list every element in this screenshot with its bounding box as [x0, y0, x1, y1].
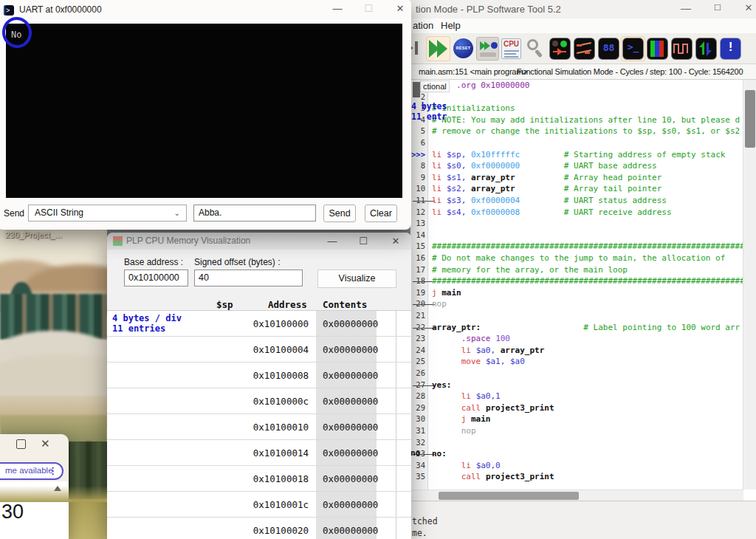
- minimize-button[interactable]: —: [326, 3, 348, 15]
- code-line: # NOTE: You may add initializations afte…: [432, 114, 740, 126]
- line-number: 27: [416, 380, 425, 391]
- doc-line: [504, 53, 516, 55]
- code-editor[interactable]: 123456>>>8910111213141516171819202122232…: [410, 80, 743, 490]
- uart-terminal-icon[interactable]: >_: [622, 37, 645, 61]
- minimize-button[interactable]: —: [675, 2, 697, 16]
- base-address-input[interactable]: 0x10100000: [124, 270, 188, 286]
- maximize-button[interactable]: [16, 439, 26, 449]
- line-number: 13: [416, 218, 425, 230]
- line-number: 17: [416, 264, 425, 276]
- console-line: me.: [412, 528, 427, 538]
- memory-table-row: 0x101000200x00000000: [107, 518, 411, 539]
- reset-ball: RESET: [453, 38, 473, 58]
- uart-window: UART at 0xf0000000 — ☐ ✕ No Send ASCII S…: [0, 0, 411, 230]
- doc-line: [504, 56, 518, 58]
- gray-bar: [415, 41, 418, 55]
- memory-table: 0x101000000x000000000x101000040x00000000…: [107, 310, 411, 539]
- column-address: Address: [268, 299, 307, 310]
- memory-table-row: 0x1010001c0x00000000: [107, 492, 411, 518]
- step-icon-partial[interactable]: [410, 37, 424, 61]
- memory-table-row: 0x101000080x00000000: [107, 363, 411, 388]
- close-button[interactable]: ✕: [389, 3, 411, 15]
- kebab-menu-icon[interactable]: ⋮: [48, 465, 58, 476]
- line-number: 30: [416, 413, 425, 425]
- line-number: 14: [416, 230, 425, 241]
- line-number: 8: [421, 160, 425, 172]
- switches-icon[interactable]: [573, 37, 596, 61]
- pill-button[interactable]: me available ⋮: [0, 462, 63, 480]
- maximize-button[interactable]: ☐: [707, 3, 729, 16]
- green-led: [560, 41, 567, 47]
- code-line: li $a0,0: [432, 460, 501, 472]
- magnifier-glass: [527, 39, 538, 50]
- clear-button[interactable]: Clear: [365, 205, 397, 222]
- maximize-button[interactable]: ☐: [357, 3, 379, 15]
- big-number: 30: [1, 501, 24, 523]
- maximize-button[interactable]: ☐: [352, 236, 374, 247]
- black-tile: [574, 38, 594, 59]
- memory-info-text: 4 bytes / div11 entries: [112, 313, 182, 334]
- editor-vertical-scrollbar[interactable]: [743, 80, 756, 490]
- encoding-dropdown[interactable]: ASCII String⌄: [28, 205, 187, 222]
- cpu-label: CPU: [502, 40, 520, 48]
- minimize-button[interactable]: —: [321, 236, 343, 247]
- reset-icon[interactable]: RESET: [452, 37, 475, 61]
- switch-base: [585, 52, 590, 54]
- signal-icon[interactable]: [670, 37, 693, 61]
- line-number: 26: [416, 368, 425, 380]
- gpio-icon[interactable]: [695, 37, 718, 61]
- memory-contents: 0x00000000: [323, 525, 378, 536]
- line-number: 21: [416, 310, 425, 322]
- line-number: 28: [416, 391, 425, 402]
- uart-window-title: UART at 0xf0000000: [19, 4, 102, 15]
- base-address-label: Base address :: [124, 257, 183, 267]
- code-line: no:: [432, 448, 447, 460]
- code-line: move $a1, $a0: [432, 356, 525, 368]
- close-icon[interactable]: ✕: [41, 437, 50, 450]
- magnifier-handle: [535, 49, 543, 58]
- desktop-icon-label[interactable]: 230_Project_...: [5, 230, 62, 239]
- horizontal-scroll-thumb[interactable]: [439, 492, 579, 500]
- code-line: li $sp, 0x10fffffc # Starting address of…: [432, 149, 725, 161]
- find-icon[interactable]: [524, 37, 547, 61]
- up-down-arrows: [696, 38, 716, 59]
- column-contents: Contents: [323, 299, 367, 310]
- line-number: 19: [416, 287, 425, 299]
- send-button[interactable]: Send: [323, 205, 356, 222]
- line-number: 12: [416, 207, 425, 219]
- memory-address: 0x10100014: [253, 447, 309, 459]
- interrupt-icon[interactable]: !: [719, 37, 742, 61]
- gutter: 123456>>>8910111213141516171819202122232…: [410, 80, 428, 490]
- message-input[interactable]: Abba.: [193, 205, 316, 222]
- step-icon[interactable]: [476, 37, 499, 61]
- menu-item-simulation[interactable]: ation: [413, 20, 433, 31]
- dark-red-led: [552, 41, 558, 47]
- console-line: tched: [412, 516, 438, 526]
- line-number: 24: [416, 345, 425, 357]
- memory-titlebar: PLP CPU Memory Visualization — ☐ ✕: [107, 233, 411, 250]
- memory-address: 0x10100004: [253, 344, 309, 355]
- blue-dot: [491, 42, 498, 49]
- memory-address: 0x1010000c: [253, 396, 309, 407]
- offset-input[interactable]: 40: [194, 270, 303, 286]
- vga-icon[interactable]: [646, 37, 669, 61]
- close-button[interactable]: ✕: [385, 236, 407, 247]
- menubar: ation Help: [410, 18, 756, 33]
- run-simulation-icon[interactable]: [427, 37, 450, 61]
- line-number: 9: [421, 172, 425, 184]
- execution-pointer: >>>: [411, 149, 425, 161]
- vertical-scroll-thumb[interactable]: [745, 90, 755, 148]
- code-line: j main: [432, 413, 491, 425]
- close-button[interactable]: ✕: [738, 2, 756, 16]
- visualize-button[interactable]: Visualize: [317, 270, 396, 288]
- line-number: 6: [421, 137, 425, 149]
- memory-window-title: PLP CPU Memory Visualization: [126, 236, 250, 246]
- uart-terminal[interactable]: No: [6, 24, 402, 198]
- blue-tile: !: [721, 38, 740, 59]
- menu-item-help[interactable]: Help: [441, 20, 461, 31]
- watcher-icon[interactable]: [549, 37, 571, 61]
- code-line: li $s2, array_ptr # Array tail pointer: [432, 183, 662, 195]
- editor-horizontal-scrollbar[interactable]: [410, 490, 743, 501]
- seven-segment-icon[interactable]: 88: [597, 37, 620, 61]
- cpu-view-icon[interactable]: CPU: [500, 37, 523, 61]
